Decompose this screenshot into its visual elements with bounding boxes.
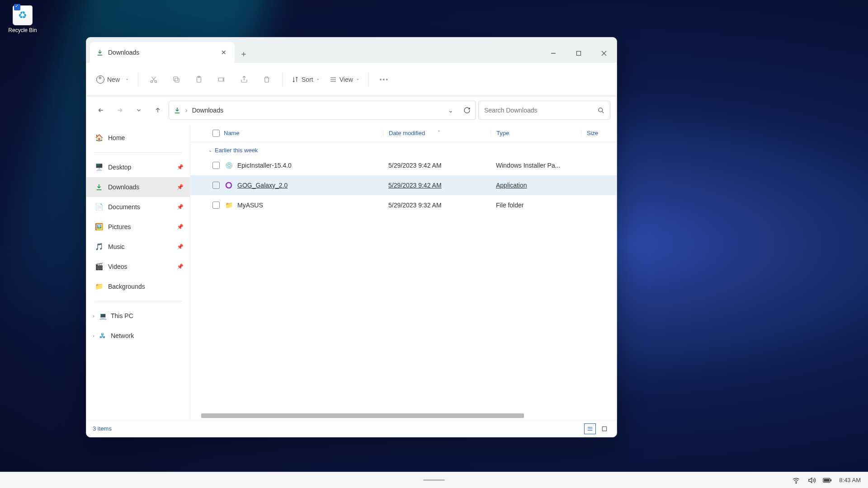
address-dropdown-button[interactable]: ⌄ bbox=[448, 107, 453, 114]
file-row[interactable]: 💿EpicInstaller-15.4.05/29/2023 9:42 AMWi… bbox=[190, 155, 617, 175]
svg-rect-1 bbox=[577, 52, 581, 56]
plus-circle-icon bbox=[96, 75, 104, 84]
pin-icon: 📌 bbox=[177, 224, 184, 230]
pin-icon: 📌 bbox=[177, 244, 184, 250]
details-view-button[interactable] bbox=[584, 423, 596, 434]
address-bar[interactable]: › Downloads ⌄ bbox=[169, 101, 476, 120]
sidebar-tree-pc[interactable]: ›💻This PC bbox=[86, 306, 190, 326]
window-controls bbox=[541, 44, 617, 63]
share-button[interactable] bbox=[234, 73, 254, 86]
svg-point-3 bbox=[155, 80, 157, 83]
address-bar-row: › Downloads ⌄ bbox=[86, 96, 617, 124]
sort-button[interactable]: Sort bbox=[288, 73, 323, 86]
file-name: MyASUS bbox=[237, 202, 263, 209]
copy-button[interactable] bbox=[166, 73, 186, 86]
taskbar[interactable]: 8:43 AM bbox=[0, 472, 868, 488]
refresh-button[interactable] bbox=[463, 107, 471, 114]
file-group-header[interactable]: ⌄ Earlier this week bbox=[190, 142, 617, 155]
new-button[interactable]: New bbox=[93, 73, 132, 86]
taskbar-center[interactable] bbox=[423, 479, 445, 481]
pin-icon: 📌 bbox=[177, 204, 184, 210]
paste-button[interactable] bbox=[189, 73, 209, 86]
column-type[interactable]: Type bbox=[491, 130, 581, 136]
horizontal-scrollbar[interactable] bbox=[197, 412, 610, 420]
sidebar-item-folder[interactable]: 📁Backgrounds bbox=[86, 277, 190, 296]
row-checkbox[interactable] bbox=[212, 162, 220, 169]
tab-title: Downloads bbox=[108, 49, 139, 56]
desktop-icon-recycle-bin[interactable]: Recycle Bin bbox=[5, 5, 40, 33]
downloads-icon bbox=[96, 49, 104, 56]
sidebar-item-desktop[interactable]: 🖥️Desktop📌 bbox=[86, 157, 190, 177]
tab-close-button[interactable]: ✕ bbox=[219, 47, 228, 58]
svg-point-12 bbox=[796, 483, 797, 483]
breadcrumb-current: Downloads bbox=[192, 107, 223, 114]
sidebar-item-videos[interactable]: 🎬Videos📌 bbox=[86, 257, 190, 277]
sidebar-item-music[interactable]: 🎵Music📌 bbox=[86, 237, 190, 257]
battery-icon[interactable] bbox=[823, 477, 832, 483]
more-options-button[interactable] bbox=[374, 73, 394, 86]
svg-rect-4 bbox=[175, 78, 179, 82]
file-name: GOG_Galaxy_2.0 bbox=[237, 182, 288, 189]
system-tray: 8:43 AM bbox=[792, 476, 861, 484]
expand-icon[interactable]: › bbox=[89, 313, 98, 319]
expand-icon[interactable]: › bbox=[89, 333, 98, 338]
desktop-icon-label: Recycle Bin bbox=[8, 27, 37, 33]
sidebar-tree-net[interactable]: ›🖧Network bbox=[86, 326, 190, 346]
search-input[interactable] bbox=[484, 107, 598, 114]
svg-rect-5 bbox=[174, 77, 178, 81]
large-icons-view-button[interactable] bbox=[599, 423, 610, 434]
clock[interactable]: 8:43 AM bbox=[839, 477, 861, 483]
delete-button[interactable] bbox=[257, 73, 277, 86]
item-count: 3 items bbox=[93, 425, 112, 432]
cut-button[interactable] bbox=[144, 73, 164, 86]
nav-forward-button[interactable] bbox=[112, 102, 128, 118]
tab-downloads[interactable]: Downloads ✕ bbox=[90, 42, 235, 63]
file-explorer-window: Downloads ✕ ＋ New Sort View bbox=[86, 37, 617, 437]
volume-icon[interactable] bbox=[807, 476, 816, 484]
svg-rect-15 bbox=[830, 479, 831, 481]
downloads-icon bbox=[174, 107, 181, 114]
nav-up-button[interactable] bbox=[150, 102, 166, 118]
file-row[interactable]: GOG_Galaxy_2.05/29/2023 9:42 AMApplicati… bbox=[190, 175, 617, 195]
nav-back-button[interactable] bbox=[93, 102, 109, 118]
file-type: Windows Installer Pa... bbox=[491, 162, 581, 169]
svg-point-10 bbox=[226, 183, 231, 188]
sort-indicator-icon: ⌄ bbox=[437, 128, 441, 132]
svg-point-9 bbox=[599, 108, 603, 112]
pin-icon: 📌 bbox=[177, 263, 184, 270]
file-type: Application bbox=[491, 182, 581, 189]
svg-rect-11 bbox=[602, 427, 606, 431]
tab-bar: Downloads ✕ ＋ bbox=[86, 38, 617, 63]
file-name: EpicInstaller-15.4.0 bbox=[237, 162, 292, 169]
sidebar-item-home[interactable]: 🏠 Home bbox=[86, 128, 190, 148]
svg-point-2 bbox=[151, 80, 153, 83]
maximize-button[interactable] bbox=[566, 44, 591, 63]
row-checkbox[interactable] bbox=[212, 182, 220, 189]
nav-recent-button[interactable] bbox=[131, 102, 147, 118]
sidebar-item-downloads[interactable]: Downloads📌 bbox=[86, 177, 190, 197]
pin-icon: 📌 bbox=[177, 164, 184, 170]
file-date: 5/29/2023 9:42 AM bbox=[383, 182, 491, 189]
pin-icon: 📌 bbox=[177, 184, 184, 190]
column-size[interactable]: Size bbox=[581, 130, 617, 136]
new-tab-button[interactable]: ＋ bbox=[235, 45, 253, 63]
file-type: File folder bbox=[491, 202, 581, 209]
column-name[interactable]: Name bbox=[224, 130, 383, 136]
column-date[interactable]: Date modified⌄ bbox=[383, 130, 491, 136]
svg-rect-8 bbox=[218, 78, 223, 81]
view-button[interactable]: View bbox=[326, 73, 363, 86]
search-box[interactable] bbox=[478, 101, 610, 120]
recycle-bin-icon bbox=[13, 5, 33, 25]
sidebar-item-pics[interactable]: 🖼️Pictures📌 bbox=[86, 217, 190, 237]
minimize-button[interactable] bbox=[541, 44, 566, 63]
wifi-icon[interactable] bbox=[792, 476, 800, 484]
chevron-down-icon: ⌄ bbox=[208, 148, 212, 153]
sidebar-item-docs[interactable]: 📄Documents📌 bbox=[86, 197, 190, 217]
breadcrumb-separator: › bbox=[185, 107, 188, 114]
file-row[interactable]: 📁MyASUS5/29/2023 9:32 AMFile folder bbox=[190, 195, 617, 215]
rename-button[interactable] bbox=[212, 73, 231, 86]
file-date: 5/29/2023 9:42 AM bbox=[383, 162, 491, 169]
row-checkbox[interactable] bbox=[212, 202, 220, 209]
close-button[interactable] bbox=[591, 44, 617, 63]
select-all-checkbox[interactable] bbox=[212, 130, 220, 137]
